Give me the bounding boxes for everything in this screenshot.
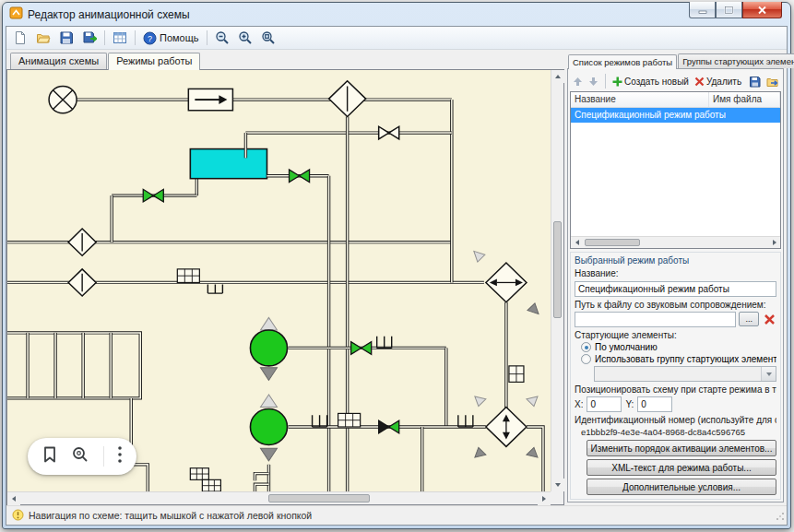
radio-group-label: Использовать группу стартующих элементов… xyxy=(595,354,776,364)
new-document-icon xyxy=(13,30,28,45)
scroll-track[interactable] xyxy=(20,492,538,504)
zoom-in-button[interactable] xyxy=(235,29,255,48)
tab-operating-modes[interactable]: Режимы работы xyxy=(108,53,200,70)
status-bar: Навигация по схеме: тащить мышкой с нажа… xyxy=(6,505,787,525)
valve-circle-x[interactable] xyxy=(49,87,77,113)
minimize-button[interactable] xyxy=(689,2,716,18)
toolbar-separator xyxy=(605,74,606,89)
x-input[interactable] xyxy=(587,396,622,412)
column-header-file[interactable]: Имя файла xyxy=(709,92,780,107)
left-diamond-1[interactable] xyxy=(68,229,96,255)
help-button[interactable]: ? Помощь xyxy=(140,29,202,48)
magnifier-icon[interactable] xyxy=(71,445,89,467)
mode-name-input[interactable] xyxy=(575,281,776,297)
details-group-label: Выбранный режим работы xyxy=(575,255,776,266)
svg-text:?: ? xyxy=(148,34,152,43)
table-icon xyxy=(113,30,127,45)
scroll-track[interactable] xyxy=(583,237,768,248)
radio-group-option[interactable]: Использовать группу стартующих элементов… xyxy=(581,354,776,364)
move-up-button[interactable] xyxy=(572,76,584,88)
instrument-boxes xyxy=(177,269,524,491)
scroll-down-arrow[interactable] xyxy=(551,479,564,491)
move-down-button[interactable] xyxy=(587,76,599,88)
browse-sound-button[interactable]: ... xyxy=(739,312,759,326)
export-scheme-button[interactable] xyxy=(79,29,100,48)
xml-text-button[interactable]: XML-текст для режима работы... xyxy=(587,459,776,476)
scroll-left-arrow[interactable] xyxy=(7,492,20,505)
zoom-out-button[interactable] xyxy=(212,29,232,48)
additional-conditions-button[interactable]: Дополнительные условия... xyxy=(587,479,776,495)
valve-green-1[interactable] xyxy=(290,170,310,183)
app-icon xyxy=(9,6,23,23)
canvas-vertical-scrollbar[interactable] xyxy=(551,70,563,491)
title-bar[interactable]: Редактор анимационной схемы xyxy=(6,3,788,26)
floating-toolbar xyxy=(28,438,136,475)
toolbar-separator xyxy=(207,30,207,45)
close-button[interactable] xyxy=(742,2,782,18)
valve-green-2[interactable] xyxy=(143,189,163,202)
clear-icon xyxy=(764,313,776,325)
delete-mode-button[interactable]: Удалить xyxy=(693,76,742,88)
radio-default-option[interactable]: По умолчанию xyxy=(581,342,776,352)
modes-table-button[interactable] xyxy=(110,29,130,48)
sound-path-input[interactable] xyxy=(575,312,736,327)
valve-white[interactable] xyxy=(379,126,399,139)
left-diamond-2[interactable] xyxy=(68,269,96,296)
tab-start-groups[interactable]: Группы стартующих элементов xyxy=(678,53,794,68)
position-row: X: Y: xyxy=(575,396,776,412)
scroll-right-arrow[interactable] xyxy=(538,492,551,505)
change-activation-order-button[interactable]: Изменить порядок активации элементов... xyxy=(587,440,776,456)
scroll-track[interactable] xyxy=(551,83,563,479)
scroll-right-arrow[interactable] xyxy=(768,237,780,248)
scroll-left-arrow[interactable] xyxy=(571,237,583,248)
app-window: Редактор анимационной схемы xyxy=(2,2,791,529)
open-scheme-button[interactable] xyxy=(33,29,53,48)
save-scheme-button[interactable] xyxy=(56,29,77,48)
canvas-horizontal-scrollbar[interactable] xyxy=(7,491,551,504)
scheme-canvas[interactable] xyxy=(7,70,551,491)
delete-mode-label: Удалить xyxy=(706,77,741,87)
zoom-fit-button[interactable] xyxy=(258,29,278,48)
new-scheme-button[interactable] xyxy=(10,29,30,48)
scroll-up-arrow[interactable] xyxy=(551,70,564,83)
radiator-bank[interactable] xyxy=(7,333,140,398)
main-tabstrip: Анимация схемы Режимы работы xyxy=(6,50,564,69)
y-label: Y: xyxy=(625,399,634,409)
tank[interactable] xyxy=(190,149,267,179)
column-header-name[interactable]: Название xyxy=(571,92,709,107)
status-text: Навигация по схеме: тащить мышкой с нажа… xyxy=(29,510,312,521)
scroll-thumb[interactable] xyxy=(553,221,562,318)
start-group-combo[interactable] xyxy=(594,366,776,382)
chevron-down-icon[interactable] xyxy=(761,367,776,381)
list-horizontal-scrollbar[interactable] xyxy=(571,236,780,248)
tab-scheme-animation[interactable]: Анимация схемы xyxy=(10,53,107,69)
scheme-area: Анимация схемы Режимы работы xyxy=(6,50,564,505)
open-folder-icon xyxy=(36,30,51,45)
y-input[interactable] xyxy=(637,396,672,412)
save-list-button[interactable] xyxy=(748,75,762,89)
pump-2[interactable] xyxy=(250,395,287,461)
load-list-button[interactable] xyxy=(765,75,779,89)
resize-grip[interactable] xyxy=(774,510,785,523)
valve-green-3[interactable] xyxy=(351,342,372,355)
pill-divider xyxy=(103,446,104,467)
scroll-thumb[interactable] xyxy=(268,494,370,502)
hint-icon xyxy=(12,509,24,523)
scroll-thumb[interactable] xyxy=(585,239,640,246)
x-label: X: xyxy=(575,399,583,409)
move-up-icon xyxy=(573,77,583,87)
scheme-drawing xyxy=(7,70,551,491)
bookmark-icon[interactable] xyxy=(41,445,58,467)
modes-list-body[interactable]: Спецификационный режим работы xyxy=(571,108,780,236)
canvas-frame xyxy=(6,69,564,505)
create-mode-button[interactable]: Создать новый xyxy=(611,76,690,88)
valve-black-green[interactable] xyxy=(379,420,399,433)
check-valve-diamond[interactable] xyxy=(329,81,366,117)
list-item-mode[interactable]: Спецификационный режим работы xyxy=(571,108,780,123)
maximize-button[interactable] xyxy=(716,2,742,18)
flow-arrow-box[interactable] xyxy=(188,89,232,110)
more-options-icon[interactable] xyxy=(117,445,123,467)
clear-sound-button[interactable] xyxy=(762,311,776,327)
pump-1[interactable] xyxy=(250,317,287,380)
tab-modes-list[interactable]: Список режимов работы xyxy=(568,54,677,69)
